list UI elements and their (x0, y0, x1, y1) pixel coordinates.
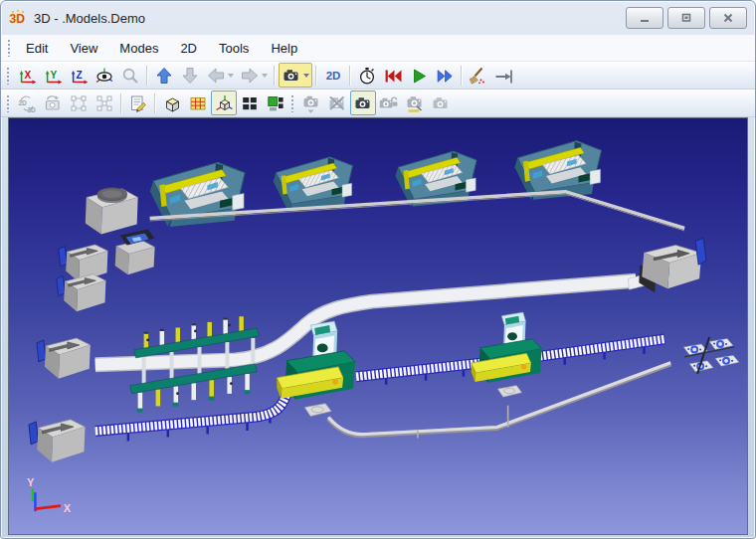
tile-windows-button[interactable] (237, 90, 263, 115)
camera-down-button[interactable] (298, 90, 324, 115)
show-coordinates-button[interactable] (211, 90, 237, 115)
minimize-button[interactable] (626, 7, 663, 29)
frame-nodes-icon (69, 93, 89, 113)
titlebar[interactable]: 3D 3D - .Models.Demo (1, 1, 755, 35)
set-view-y-button[interactable]: Y (40, 63, 66, 88)
tile-windows-icon (240, 93, 260, 113)
separator (146, 66, 148, 86)
event-controller-button[interactable] (354, 63, 380, 88)
fast-forward-button[interactable] (432, 63, 458, 88)
source-box-1[interactable] (59, 245, 108, 282)
menu-tools[interactable]: Tools (208, 38, 260, 59)
skip-back-icon (383, 66, 403, 86)
processing-station-2[interactable] (274, 157, 353, 211)
pallet-1[interactable] (304, 404, 331, 417)
toolbar-main-grip[interactable] (6, 67, 10, 85)
properties-button[interactable] (125, 90, 151, 115)
assembly-station-2[interactable] (472, 312, 542, 383)
back-button[interactable] (203, 63, 237, 88)
camera-delete-icon (327, 93, 347, 113)
arrow-right-icon (240, 66, 260, 86)
snapshot-button[interactable] (40, 90, 66, 115)
source-box-2[interactable] (57, 274, 106, 312)
open-2d-button[interactable]: 2D (320, 63, 346, 88)
pallet-buffer[interactable] (683, 337, 739, 374)
camera-view-button[interactable] (279, 63, 312, 88)
separator (154, 93, 156, 113)
step-button[interactable] (491, 63, 517, 88)
reset-simulation-button[interactable] (380, 63, 406, 88)
toolbar-view: 2D 3D (1, 90, 755, 117)
menubar: Edit View Modes 2D Tools Help (1, 35, 755, 62)
viewport-3d[interactable]: Y X (8, 117, 748, 535)
app-icon-text: 3D (10, 12, 26, 26)
menu-help[interactable]: Help (260, 38, 308, 59)
source-box-3[interactable] (37, 338, 91, 379)
play-icon (409, 66, 429, 86)
select-frame-button[interactable] (66, 90, 92, 115)
menu-2d[interactable]: 2D (169, 38, 208, 59)
restore-icon (679, 12, 693, 24)
open-2d-label: 2D (326, 70, 341, 82)
coordinate-cube-icon (214, 93, 234, 113)
separator (461, 66, 463, 86)
separator (274, 66, 276, 86)
axis-z-icon: Z (69, 66, 89, 86)
camera-delete-button[interactable] (324, 90, 350, 115)
cube-icon (162, 93, 182, 113)
arrow-up-icon (154, 66, 174, 86)
eye-axes-icon (94, 66, 114, 86)
camera-standard-icon (353, 93, 373, 113)
restore-button[interactable] (667, 7, 705, 29)
toggle-2d-3d-button[interactable]: 2D 3D (14, 90, 40, 115)
axis-y-label: Y (27, 476, 35, 488)
svg-text:3D: 3D (28, 106, 37, 113)
move-up-button[interactable] (151, 63, 177, 88)
camera-unlock-button[interactable] (376, 90, 402, 115)
camera-standard-button[interactable] (350, 90, 376, 115)
move-down-button[interactable] (177, 63, 203, 88)
toolbar-view-grip[interactable] (6, 94, 10, 112)
camera-edit-button[interactable] (402, 90, 428, 115)
reset-contents-button[interactable] (466, 63, 491, 88)
menubar-grip[interactable] (7, 39, 11, 57)
broom-icon (469, 66, 488, 86)
back-dropdown-caret[interactable] (228, 74, 234, 78)
set-view-x-button[interactable]: X (14, 63, 40, 88)
select-nodes-button[interactable] (92, 90, 117, 115)
svg-text:2D: 2D (19, 99, 28, 106)
viewing-mode-button[interactable] (92, 63, 117, 88)
camera-dropdown-caret[interactable] (303, 74, 309, 78)
separator (120, 93, 122, 113)
menu-edit[interactable]: Edit (15, 38, 59, 59)
solid-view-button[interactable] (159, 90, 185, 115)
menu-modes[interactable]: Modes (108, 38, 169, 59)
set-view-z-button[interactable]: Z (66, 63, 92, 88)
window-title: 3D - .Models.Demo (34, 11, 626, 26)
toolbar-camera-grip[interactable] (290, 94, 294, 112)
drum-machine[interactable] (86, 188, 138, 235)
start-simulation-button[interactable] (406, 63, 432, 88)
svg-text:X: X (25, 69, 32, 80)
forward-button[interactable] (237, 63, 271, 88)
zoom-button[interactable] (117, 63, 143, 88)
arrow-down-icon (180, 66, 200, 86)
minimize-icon (638, 12, 652, 24)
fast-forward-icon (435, 66, 455, 86)
toggle-2d-3d-icon: 2D 3D (17, 93, 37, 113)
close-button[interactable] (709, 7, 747, 29)
app-window: 3D 3D - .Models.Demo Edit View Modes 2D … (0, 0, 756, 539)
pallet-2[interactable] (497, 386, 521, 398)
menu-view[interactable]: View (59, 38, 108, 59)
small-machine[interactable] (115, 229, 155, 274)
camera-user-button[interactable] (428, 90, 454, 115)
source-box-4[interactable] (29, 420, 86, 462)
new-3d-window-button[interactable] (263, 90, 288, 115)
show-grid-button[interactable] (185, 90, 211, 115)
camera-icon (282, 66, 301, 86)
axis-y-icon: Y (43, 66, 63, 86)
step-arrow-icon (494, 66, 514, 86)
forward-dropdown-caret[interactable] (262, 74, 268, 78)
close-icon (721, 12, 735, 24)
drain-box[interactable] (628, 238, 706, 292)
